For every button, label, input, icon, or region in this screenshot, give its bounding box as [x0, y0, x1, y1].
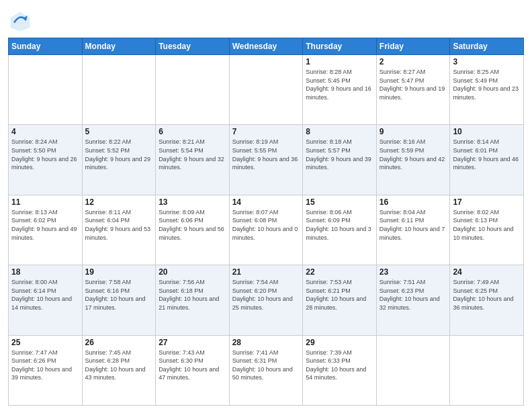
day-info: Sunrise: 8:19 AM Sunset: 5:55 PM Dayligh… [232, 138, 300, 171]
calendar-cell: 9Sunrise: 8:16 AM Sunset: 5:59 PM Daylig… [376, 125, 450, 195]
day-number: 23 [380, 267, 447, 277]
day-number: 10 [453, 127, 521, 136]
weekday-header-wednesday: Wednesday [229, 38, 303, 55]
day-info: Sunrise: 8:07 AM Sunset: 6:08 PM Dayligh… [232, 208, 300, 242]
day-info: Sunrise: 7:49 AM Sunset: 6:25 PM Dayligh… [453, 278, 521, 312]
day-info: Sunrise: 7:39 AM Sunset: 6:33 PM Dayligh… [306, 349, 373, 382]
calendar-cell: 21Sunrise: 7:54 AM Sunset: 6:20 PM Dayli… [229, 265, 303, 335]
calendar-header: SundayMondayTuesdayWednesdayThursdayFrid… [9, 38, 524, 55]
day-info: Sunrise: 7:47 AM Sunset: 6:26 PM Dayligh… [11, 349, 79, 382]
weekday-header-friday: Friday [376, 38, 450, 55]
calendar-cell: 6Sunrise: 8:21 AM Sunset: 5:54 PM Daylig… [156, 125, 230, 195]
calendar-cell: 2Sunrise: 8:27 AM Sunset: 5:47 PM Daylig… [376, 55, 450, 125]
logo [8, 9, 35, 34]
day-info: Sunrise: 8:13 AM Sunset: 6:02 PM Dayligh… [11, 208, 79, 242]
weekday-header-sunday: Sunday [9, 38, 83, 55]
calendar-week-1: 1Sunrise: 8:28 AM Sunset: 5:45 PM Daylig… [9, 55, 524, 125]
calendar-cell: 18Sunrise: 8:00 AM Sunset: 6:14 PM Dayli… [9, 265, 83, 335]
day-info: Sunrise: 8:22 AM Sunset: 5:52 PM Dayligh… [85, 138, 153, 171]
day-info: Sunrise: 7:54 AM Sunset: 6:20 PM Dayligh… [232, 278, 300, 312]
calendar-cell [9, 55, 83, 125]
day-number: 18 [11, 267, 79, 277]
page: SundayMondayTuesdayWednesdayThursdayFrid… [0, 0, 532, 411]
day-info: Sunrise: 8:21 AM Sunset: 5:54 PM Dayligh… [159, 138, 226, 171]
calendar-cell [376, 335, 450, 405]
weekday-header-thursday: Thursday [303, 38, 377, 55]
day-info: Sunrise: 8:16 AM Sunset: 5:59 PM Dayligh… [380, 138, 447, 171]
calendar-cell: 27Sunrise: 7:43 AM Sunset: 6:30 PM Dayli… [156, 335, 230, 405]
day-number: 3 [453, 57, 521, 66]
calendar-cell [450, 335, 524, 405]
calendar-cell [229, 55, 303, 125]
day-info: Sunrise: 8:11 AM Sunset: 6:04 PM Dayligh… [85, 208, 153, 242]
calendar-week-5: 25Sunrise: 7:47 AM Sunset: 6:26 PM Dayli… [9, 335, 524, 405]
day-info: Sunrise: 7:45 AM Sunset: 6:28 PM Dayligh… [85, 349, 153, 382]
day-info: Sunrise: 7:43 AM Sunset: 6:30 PM Dayligh… [159, 349, 226, 382]
day-number: 25 [11, 338, 79, 347]
day-info: Sunrise: 8:27 AM Sunset: 5:47 PM Dayligh… [380, 68, 447, 101]
day-number: 1 [306, 57, 373, 66]
day-info: Sunrise: 7:58 AM Sunset: 6:16 PM Dayligh… [85, 278, 153, 312]
calendar-cell: 29Sunrise: 7:39 AM Sunset: 6:33 PM Dayli… [303, 335, 377, 405]
calendar-cell: 19Sunrise: 7:58 AM Sunset: 6:16 PM Dayli… [82, 265, 156, 335]
day-number: 24 [453, 267, 521, 277]
day-number: 28 [232, 338, 300, 347]
calendar-body: 1Sunrise: 8:28 AM Sunset: 5:45 PM Daylig… [9, 55, 524, 406]
day-number: 4 [11, 127, 79, 136]
day-number: 16 [380, 197, 447, 207]
calendar-cell: 25Sunrise: 7:47 AM Sunset: 6:26 PM Dayli… [9, 335, 83, 405]
day-number: 2 [380, 57, 447, 66]
calendar-week-2: 4Sunrise: 8:24 AM Sunset: 5:50 PM Daylig… [9, 125, 524, 195]
day-info: Sunrise: 8:28 AM Sunset: 5:45 PM Dayligh… [306, 68, 373, 101]
day-info: Sunrise: 7:53 AM Sunset: 6:21 PM Dayligh… [306, 278, 373, 312]
calendar-cell: 24Sunrise: 7:49 AM Sunset: 6:25 PM Dayli… [450, 265, 524, 335]
header [8, 7, 524, 34]
calendar-cell [82, 55, 156, 125]
day-number: 8 [306, 127, 373, 136]
calendar-cell: 11Sunrise: 8:13 AM Sunset: 6:02 PM Dayli… [9, 195, 83, 265]
day-info: Sunrise: 7:41 AM Sunset: 6:31 PM Dayligh… [232, 349, 300, 382]
calendar-cell: 13Sunrise: 8:09 AM Sunset: 6:06 PM Dayli… [156, 195, 230, 265]
day-number: 5 [85, 127, 153, 136]
day-number: 17 [453, 197, 521, 207]
day-number: 20 [159, 267, 226, 277]
calendar-week-4: 18Sunrise: 8:00 AM Sunset: 6:14 PM Dayli… [9, 265, 524, 335]
day-number: 11 [11, 197, 79, 207]
calendar-cell: 28Sunrise: 7:41 AM Sunset: 6:31 PM Dayli… [229, 335, 303, 405]
calendar-cell: 14Sunrise: 8:07 AM Sunset: 6:08 PM Dayli… [229, 195, 303, 265]
calendar-cell: 12Sunrise: 8:11 AM Sunset: 6:04 PM Dayli… [82, 195, 156, 265]
day-info: Sunrise: 7:56 AM Sunset: 6:18 PM Dayligh… [159, 278, 226, 312]
day-number: 7 [232, 127, 300, 136]
day-number: 12 [85, 197, 153, 207]
day-info: Sunrise: 8:04 AM Sunset: 6:11 PM Dayligh… [380, 208, 447, 242]
day-info: Sunrise: 8:18 AM Sunset: 5:57 PM Dayligh… [306, 138, 373, 171]
calendar-cell: 23Sunrise: 7:51 AM Sunset: 6:23 PM Dayli… [376, 265, 450, 335]
day-number: 9 [380, 127, 447, 136]
day-number: 26 [85, 338, 153, 347]
calendar-cell: 4Sunrise: 8:24 AM Sunset: 5:50 PM Daylig… [9, 125, 83, 195]
calendar-cell: 22Sunrise: 7:53 AM Sunset: 6:21 PM Dayli… [303, 265, 377, 335]
calendar-cell: 15Sunrise: 8:06 AM Sunset: 6:09 PM Dayli… [303, 195, 377, 265]
day-number: 13 [159, 197, 226, 207]
calendar-cell: 16Sunrise: 8:04 AM Sunset: 6:11 PM Dayli… [376, 195, 450, 265]
weekday-header-tuesday: Tuesday [156, 38, 230, 55]
weekday-header-row: SundayMondayTuesdayWednesdayThursdayFrid… [9, 38, 524, 55]
calendar-cell: 3Sunrise: 8:25 AM Sunset: 5:49 PM Daylig… [450, 55, 524, 125]
calendar-cell: 8Sunrise: 8:18 AM Sunset: 5:57 PM Daylig… [303, 125, 377, 195]
calendar-cell: 1Sunrise: 8:28 AM Sunset: 5:45 PM Daylig… [303, 55, 377, 125]
calendar-week-3: 11Sunrise: 8:13 AM Sunset: 6:02 PM Dayli… [9, 195, 524, 265]
day-number: 14 [232, 197, 300, 207]
calendar-cell: 17Sunrise: 8:02 AM Sunset: 6:13 PM Dayli… [450, 195, 524, 265]
day-info: Sunrise: 8:02 AM Sunset: 6:13 PM Dayligh… [453, 208, 521, 242]
day-info: Sunrise: 8:25 AM Sunset: 5:49 PM Dayligh… [453, 68, 521, 101]
day-number: 22 [306, 267, 373, 277]
day-number: 21 [232, 267, 300, 277]
day-info: Sunrise: 8:09 AM Sunset: 6:06 PM Dayligh… [159, 208, 226, 242]
day-info: Sunrise: 8:00 AM Sunset: 6:14 PM Dayligh… [11, 278, 79, 312]
calendar-cell: 7Sunrise: 8:19 AM Sunset: 5:55 PM Daylig… [229, 125, 303, 195]
day-info: Sunrise: 7:51 AM Sunset: 6:23 PM Dayligh… [380, 278, 447, 312]
calendar-cell [156, 55, 230, 125]
calendar-cell: 26Sunrise: 7:45 AM Sunset: 6:28 PM Dayli… [82, 335, 156, 405]
day-number: 15 [306, 197, 373, 207]
day-info: Sunrise: 8:06 AM Sunset: 6:09 PM Dayligh… [306, 208, 373, 242]
